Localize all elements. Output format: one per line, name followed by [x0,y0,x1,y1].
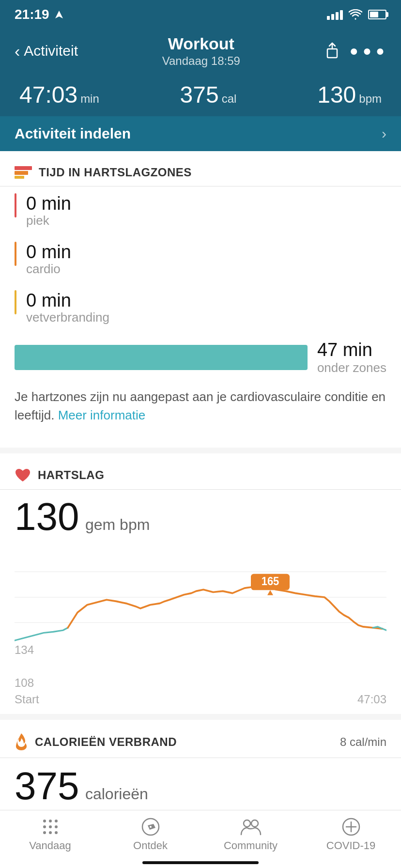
duration-stat: 47:03 min [19,81,99,108]
under-zones-label: onder zones [317,360,386,375]
flame-icon [15,733,28,751]
calories-total: 375 [15,764,79,807]
stats-bar: 47:03 min 375 cal 130 bpm [0,73,401,116]
chart-y-labels: 134 108 [0,643,401,690]
activity-banner[interactable]: Activiteit indelen › [0,116,401,151]
heart-chart: 165 [0,542,401,648]
chart-x-start: Start [15,693,39,706]
calories-section-header: CALORIEËN VERBRAND 8 cal/min [0,720,401,758]
time: 21:19 [15,7,49,22]
svg-rect-2 [15,171,28,175]
zone-info-piek: 0 min piek [26,193,71,228]
battery-icon [368,10,386,19]
vandaag-label: Vandaag [29,839,71,852]
svg-point-52 [49,831,52,834]
zones-icon [15,166,32,179]
zone-bar-cardio [15,242,16,266]
community-icon [240,817,262,837]
chart-x-end: 47:03 [357,693,386,706]
calories-unit: cal [222,92,237,106]
svg-point-53 [55,831,58,834]
svg-point-49 [49,825,52,828]
back-button[interactable]: ‹ Activiteit [15,42,78,61]
svg-rect-0 [327,49,337,58]
bpm-unit: gem bpm [85,516,150,533]
back-chevron-icon: ‹ [15,42,20,61]
calories-rate: 8 cal/min [340,735,386,749]
covid-icon [341,817,361,837]
status-bar: 21:19 [0,0,401,29]
calories-unit: calorieën [85,785,148,803]
svg-point-58 [251,820,258,827]
zone-info-vetverbranding: 0 min vetverbranding [26,290,109,325]
bottom-nav: Vandaag Ontdek Community COVID-19 [0,810,401,868]
home-indicator [142,861,259,864]
activity-banner-text: Activiteit indelen [15,125,131,142]
wifi-icon [349,9,362,20]
zone-label-piek: piek [26,213,71,228]
activity-chevron-icon: › [382,125,386,142]
zone-label-vetverbranding: vetverbranding [26,310,109,325]
zone-min-cardio: 0 min [26,242,71,263]
svg-point-51 [43,831,46,834]
duration-value: 47:03 [19,81,77,108]
bpm-display: 130 gem bpm [0,490,401,542]
vandaag-icon [41,817,60,837]
calories-stat: 375 cal [180,81,237,108]
under-zones-bar [15,345,308,370]
svg-point-50 [55,825,58,828]
heartrate-value: 130 [317,81,356,108]
chart-label-108: 108 [15,676,34,690]
calories-value: 375 [180,81,219,108]
under-zones-info: 47 min onder zones [317,340,386,375]
under-zones-row: 47 min onder zones [0,332,401,383]
zones-section-header: TIJD IN HARTSLAGZONES [0,151,401,186]
svg-marker-8 [267,590,273,596]
more-button[interactable]: ●●● [350,43,386,59]
svg-rect-1 [15,166,32,170]
ontdek-icon [141,817,160,837]
share-icon[interactable] [324,42,340,60]
zone-label-cardio: cardio [26,262,71,277]
under-zones-min: 47 min [317,340,386,360]
nav-item-vandaag[interactable]: Vandaag [0,817,100,852]
community-label: Community [224,839,278,852]
heartrate-stat: 130 bpm [317,81,382,108]
location-icon [54,10,64,19]
heart-zones-section: TIJD IN HARTSLAGZONES 0 min piek 0 min c… [0,151,401,448]
zone-min-vetverbranding: 0 min [26,290,109,311]
svg-point-46 [49,820,52,822]
nav-subtitle: Vandaag 18:59 [162,54,240,68]
zone-min-piek: 0 min [26,193,71,214]
calories-title: CALORIEËN VERBRAND [35,735,177,749]
heart-section-header: HARTSLAG [0,453,401,490]
nav-bar: ‹ Activiteit Workout Vandaag 18:59 ●●● [0,29,401,73]
zones-title: TIJD IN HARTSLAGZONES [39,166,192,179]
nav-item-covid[interactable]: COVID-19 [301,817,401,852]
svg-point-45 [43,820,46,822]
svg-point-56 [150,826,152,828]
nav-item-community[interactable]: Community [200,817,301,852]
meer-informatie-link[interactable]: Meer informatie [58,408,146,422]
status-icons [327,9,386,20]
zone-row-vetverbranding: 0 min vetverbranding [0,283,401,332]
nav-item-ontdek[interactable]: Ontdek [100,817,200,852]
zone-row-piek: 0 min piek [0,186,401,235]
back-label: Activiteit [24,43,78,59]
covid-label: COVID-19 [326,839,375,852]
chart-x-labels: Start 47:03 [0,690,401,709]
svg-rect-3 [15,176,24,179]
nav-title: Workout [162,34,240,53]
calories-display: 375 calorieën [0,758,401,812]
svg-text:165: 165 [262,575,279,588]
zones-info-text: Je hartzones zijn nu aangepast aan je ca… [0,383,401,438]
ontdek-label: Ontdek [133,839,168,852]
zone-bar-vetverbranding [15,290,16,314]
signal-icon [327,9,343,20]
nav-center: Workout Vandaag 18:59 [162,34,240,68]
svg-point-47 [55,820,58,822]
zone-row-cardio: 0 min cardio [0,235,401,283]
heart-icon [15,468,31,482]
nav-actions: ●●● [324,42,386,60]
bpm-value: 130 [15,495,79,538]
